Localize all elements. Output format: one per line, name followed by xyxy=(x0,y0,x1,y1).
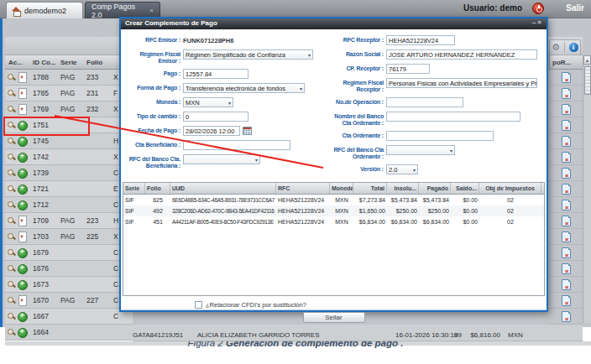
cta-ordenante-input[interactable] xyxy=(386,131,494,141)
status-icon[interactable] xyxy=(18,231,27,242)
magnifier-icon[interactable] xyxy=(8,281,15,289)
regimen-emisor-select[interactable]: Régimen Simplificado de Confianza ▾ xyxy=(183,49,313,60)
cfdi-row[interactable]: SIF 625 6E6D48B5-634C-46A5-B931-78E9731C… xyxy=(123,195,544,205)
tab-home[interactable]: demodemo2 xyxy=(6,2,83,18)
cfdi-row[interactable]: SIF 492 328C206D-AD62-470C-9B43-5EA41DF4… xyxy=(123,205,544,216)
status-icon[interactable] xyxy=(18,311,27,321)
xml-file-icon[interactable] xyxy=(562,152,571,163)
tab-comp-pagos[interactable]: Comp Pagos 2.0 × xyxy=(85,2,160,18)
close-icon[interactable]: × xyxy=(537,18,543,26)
rfc-banco-beneficiaria-select[interactable]: ▾ xyxy=(183,154,260,164)
xml-file-icon[interactable] xyxy=(562,279,571,290)
status-icon[interactable] xyxy=(18,327,27,337)
status-icon[interactable] xyxy=(18,247,27,257)
table-row[interactable]: 1703 PAG 225 X xyxy=(5,229,133,245)
version-select[interactable]: 2.0 ▾ xyxy=(386,164,418,174)
status-icon[interactable] xyxy=(18,104,27,114)
xml-file-icon[interactable] xyxy=(562,88,571,99)
magnifier-icon[interactable] xyxy=(8,138,15,145)
status-icon[interactable] xyxy=(18,152,27,162)
table-row[interactable]: 1670 PAG 227 C xyxy=(5,293,133,309)
pago-input[interactable] xyxy=(183,69,248,79)
magnifier-icon[interactable] xyxy=(8,249,15,257)
magnifier-icon[interactable] xyxy=(8,265,15,273)
table-row[interactable]: 1739 C xyxy=(5,165,133,181)
bottom-row-details[interactable]: GATA841219J51 ALICIA ELIZABETH GARRIDO T… xyxy=(133,325,583,341)
xml-file-icon[interactable] xyxy=(562,120,571,131)
magnifier-icon[interactable] xyxy=(8,153,15,161)
regimen-receptor-select[interactable]: Personas Fisicas con Actividades Empresa… xyxy=(386,78,537,88)
status-icon[interactable] xyxy=(18,279,27,289)
calendar-icon[interactable] xyxy=(243,127,252,135)
magnifier-icon[interactable] xyxy=(8,201,15,209)
dialog-titlebar[interactable]: Crear Complemento de Pago –× xyxy=(121,18,547,29)
status-icon[interactable] xyxy=(18,168,27,178)
status-icon[interactable] xyxy=(18,263,27,273)
table-row[interactable]: 1721 E xyxy=(5,181,133,197)
xml-file-icon[interactable] xyxy=(562,231,571,242)
rfc-receptor-input[interactable] xyxy=(386,35,455,45)
table-row[interactable]: 1742 X xyxy=(5,149,133,165)
cta-beneficiario-input[interactable] xyxy=(183,140,290,150)
logout-button[interactable]: Salir xyxy=(566,3,584,13)
scrollbar-thumb[interactable] xyxy=(584,66,591,95)
xml-file-icon[interactable] xyxy=(562,295,571,306)
nombre-banco-ordenante-input[interactable] xyxy=(386,112,520,122)
table-row[interactable]: 1785 PAG 231 F xyxy=(5,86,133,101)
cp-receptor-input[interactable] xyxy=(386,64,430,74)
table-row[interactable]: 1676 C xyxy=(5,261,133,277)
magnifier-icon[interactable] xyxy=(8,106,15,113)
xml-file-icon[interactable] xyxy=(562,104,571,115)
table-row[interactable]: 1712 C xyxy=(5,197,133,213)
status-icon[interactable] xyxy=(18,72,27,82)
tipo-cambio-input[interactable] xyxy=(183,112,248,122)
xml-file-icon[interactable] xyxy=(562,184,571,195)
status-icon[interactable] xyxy=(18,216,27,226)
magnifier-icon[interactable] xyxy=(8,329,15,336)
power-icon[interactable] xyxy=(532,3,544,14)
table-row[interactable]: 1679 C xyxy=(5,245,133,261)
status-icon[interactable] xyxy=(18,295,27,305)
close-tab-icon[interactable]: × xyxy=(149,7,154,14)
xml-file-icon[interactable] xyxy=(562,216,571,226)
relacionar-checkbox[interactable] xyxy=(195,301,202,309)
table-row[interactable]: 1673 C xyxy=(5,277,133,293)
magnifier-icon[interactable] xyxy=(8,122,15,129)
rfc-banco-ordenante-select[interactable]: ▾ xyxy=(386,145,455,155)
xml-file-icon[interactable] xyxy=(562,311,571,322)
status-icon[interactable] xyxy=(18,120,27,130)
magnifier-icon[interactable] xyxy=(8,233,15,241)
scroll-up-icon[interactable]: ▲ xyxy=(583,55,591,65)
no-operacion-input[interactable] xyxy=(386,97,463,107)
xml-file-icon[interactable] xyxy=(562,200,571,211)
magnifier-icon[interactable] xyxy=(8,313,15,320)
xml-file-icon[interactable] xyxy=(562,168,571,179)
cfdi-row[interactable]: SIF 451 A44211AF-B005-40E9-8C50-F43FDC92… xyxy=(123,216,544,227)
status-icon[interactable] xyxy=(18,200,27,210)
table-row[interactable]: 1751 xyxy=(5,117,133,133)
magnifier-icon[interactable] xyxy=(8,185,15,193)
forma-pago-select[interactable]: Transferencia electrónica de fondos ▾ xyxy=(183,83,305,93)
razon-social-input[interactable] xyxy=(386,49,537,60)
table-row[interactable]: 1709 PAG 223 H xyxy=(5,213,133,229)
gear-icon[interactable]: ⚙ xyxy=(552,43,560,52)
xml-file-icon[interactable] xyxy=(562,72,571,83)
table-row[interactable]: 1667 C xyxy=(5,309,133,325)
table-row[interactable]: 1769 PAG 232 X xyxy=(5,101,133,117)
magnifier-icon[interactable] xyxy=(8,90,15,97)
xml-file-icon[interactable] xyxy=(562,136,571,147)
magnifier-icon[interactable] xyxy=(8,169,15,177)
magnifier-icon[interactable] xyxy=(8,297,15,304)
vertical-scrollbar[interactable]: ▲ xyxy=(583,55,591,323)
magnifier-icon[interactable] xyxy=(8,217,15,225)
xml-file-icon[interactable] xyxy=(562,263,571,274)
status-icon[interactable] xyxy=(18,88,27,98)
moneda-select[interactable]: MXN ▾ xyxy=(183,97,233,107)
info-icon[interactable]: i xyxy=(569,43,578,52)
xml-file-icon[interactable] xyxy=(562,247,571,258)
fecha-pago-input[interactable] xyxy=(183,126,240,136)
sellar-button[interactable]: Sellar xyxy=(303,312,365,323)
status-icon[interactable] xyxy=(18,136,27,146)
status-icon[interactable] xyxy=(18,184,27,194)
table-row[interactable]: 1788 PAG 233 X xyxy=(5,70,133,86)
